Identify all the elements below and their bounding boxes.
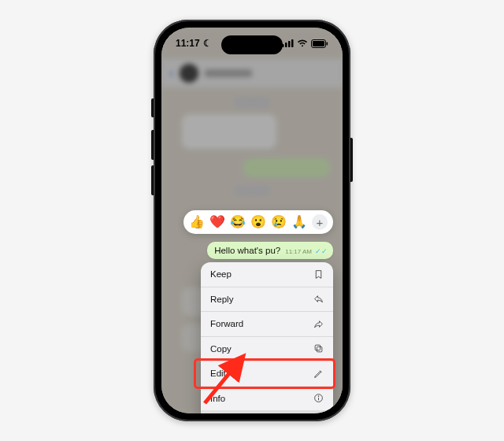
reaction-heart[interactable]: ❤️	[209, 216, 225, 228]
selected-message-text: Hello what's pu?	[214, 246, 280, 255]
menu-item-info[interactable]: Info	[201, 386, 333, 411]
menu-item-copy[interactable]: Copy	[201, 336, 333, 361]
svg-rect-5	[313, 41, 324, 46]
menu-item-reply[interactable]: Reply	[201, 287, 333, 312]
svg-rect-1	[285, 43, 287, 47]
menu-item-label: Copy	[210, 344, 232, 354]
menu-item-edit[interactable]: Edit	[201, 361, 333, 386]
status-time: 11:17	[176, 38, 200, 49]
pencil-icon	[313, 369, 324, 379]
menu-item-delete[interactable]: Delete	[201, 410, 333, 413]
reaction-thumbs-up[interactable]: 👍	[189, 216, 205, 228]
bookmark-icon	[313, 269, 324, 280]
menu-item-keep[interactable]: Keep	[201, 262, 333, 287]
menu-item-label: Info	[210, 394, 225, 403]
reaction-sad[interactable]: 😢	[271, 216, 287, 228]
screen: ‹ 11:17 ☾	[161, 28, 343, 413]
reaction-add-button[interactable]: +	[312, 214, 328, 230]
svg-rect-3	[291, 39, 294, 47]
reaction-laugh[interactable]: 😂	[230, 216, 246, 228]
dynamic-island	[221, 35, 283, 54]
info-icon	[313, 393, 324, 403]
dnd-moon-icon: ☾	[203, 38, 212, 49]
svg-rect-2	[288, 41, 291, 47]
menu-item-label: Forward	[210, 319, 243, 328]
message-context-menu: Keep Reply Forward Copy Edit	[201, 262, 333, 413]
selected-message-time: 11:17 AM	[285, 248, 312, 255]
svg-rect-6	[327, 42, 328, 45]
cellular-icon	[282, 39, 294, 47]
reply-icon	[313, 294, 324, 304]
menu-item-forward[interactable]: Forward	[201, 311, 333, 336]
battery-icon	[311, 39, 328, 48]
menu-item-label: Keep	[210, 269, 232, 279]
svg-rect-8	[315, 345, 321, 350]
svg-point-11	[318, 396, 319, 397]
selected-message-bubble[interactable]: Hello what's pu? 11:17 AM ✓✓	[207, 242, 333, 259]
reaction-pray[interactable]: 🙏	[291, 216, 307, 228]
reaction-bar: 👍 ❤️ 😂 😮 😢 🙏 +	[183, 210, 333, 234]
forward-icon	[313, 319, 324, 329]
copy-icon	[313, 343, 324, 354]
menu-item-label: Edit	[210, 369, 226, 378]
read-receipt-icon: ✓✓	[315, 247, 328, 255]
menu-item-label: Reply	[210, 295, 233, 304]
wifi-icon	[297, 39, 308, 47]
svg-rect-7	[317, 347, 322, 353]
iphone-frame: ‹ 11:17 ☾	[154, 20, 350, 421]
reaction-wow[interactable]: 😮	[250, 216, 266, 228]
